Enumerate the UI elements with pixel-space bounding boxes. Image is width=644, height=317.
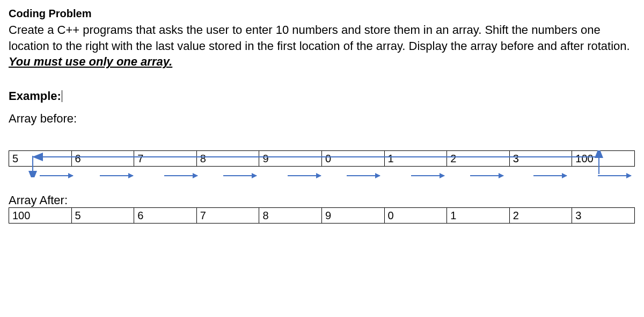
example-heading: Example: <box>9 89 635 103</box>
array-after-cell: 2 <box>509 208 572 223</box>
problem-description: Create a C++ programs that asks the user… <box>9 22 635 70</box>
shift-right-arrow <box>288 175 321 176</box>
array-after-cell: 6 <box>134 208 196 223</box>
array-after-cell: 8 <box>259 208 321 223</box>
array-before-cell: 0 <box>321 151 384 166</box>
problem-title: Coding Problem <box>9 8 635 20</box>
text-cursor <box>62 90 62 102</box>
array-before-cell: 5 <box>9 151 71 166</box>
array-after-cell: 0 <box>384 208 447 223</box>
array-after-cell: 1 <box>447 208 509 223</box>
array-before-cell: 6 <box>71 151 134 166</box>
array-after-label: Array After: <box>9 193 635 207</box>
shift-right-arrow <box>598 175 631 176</box>
array-before-cell: 1 <box>384 151 447 166</box>
array-after-cell: 5 <box>71 208 134 223</box>
array-after-cell: 7 <box>196 208 259 223</box>
array-before-label: Array before: <box>9 112 635 126</box>
description-emphasis: You must use only one array. <box>9 55 172 68</box>
shift-arrows-row <box>9 169 634 183</box>
shift-right-arrow <box>164 175 197 176</box>
shift-right-arrow <box>223 175 257 176</box>
shift-right-arrow <box>470 175 503 176</box>
shift-right-arrow <box>533 175 567 176</box>
array-before-cell: 2 <box>447 151 509 166</box>
shift-right-arrow <box>100 175 133 176</box>
array-before-cell: 3 <box>509 151 572 166</box>
array-after-cell: 100 <box>9 208 71 223</box>
array-before-cell: 8 <box>196 151 259 166</box>
array-after-cell: 3 <box>572 208 634 223</box>
shift-right-arrow <box>347 175 380 176</box>
shift-right-arrow <box>40 175 73 176</box>
array-before-row: 567890123100 <box>9 150 635 167</box>
array-before-cell: 9 <box>259 151 321 166</box>
shift-right-arrow <box>411 175 444 176</box>
array-after-row: 100567890123 <box>9 207 635 224</box>
description-text: Create a C++ programs that asks the user… <box>9 23 630 53</box>
array-before-cell: 7 <box>134 151 196 166</box>
array-after-cell: 9 <box>321 208 384 223</box>
before-diagram: 567890123100 <box>9 150 635 183</box>
example-label-text: Example: <box>9 89 61 103</box>
array-before-cell: 100 <box>572 151 634 166</box>
